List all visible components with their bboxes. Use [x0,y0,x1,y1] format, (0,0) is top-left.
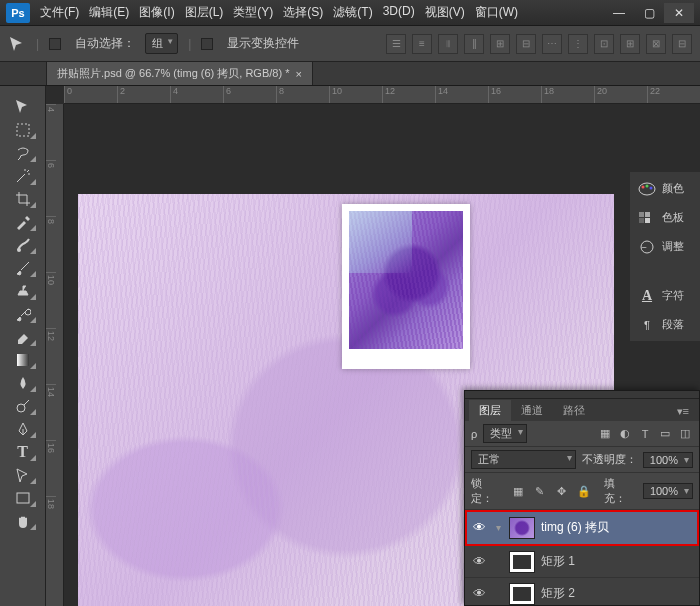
dist-icon-1[interactable]: ⋯ [542,34,562,54]
filter-pixel-icon[interactable]: ▦ [597,426,613,442]
menu-view[interactable]: 视图(V) [425,4,465,21]
align-icon-1[interactable]: ☰ [386,34,406,54]
layer-item-selected[interactable]: 👁 ▾ timg (6) 拷贝 [465,510,699,546]
show-transform-checkbox[interactable] [201,37,217,51]
magic-wand-tool[interactable] [8,165,38,187]
panel-menu-icon[interactable]: ▾≡ [667,402,699,421]
close-button[interactable]: ✕ [664,3,694,23]
healing-brush-tool[interactable] [8,234,38,256]
menu-type[interactable]: 类型(Y) [233,4,273,21]
tab-paths[interactable]: 路径 [553,400,595,421]
layers-blend-row: 正常 不透明度： 100% [465,447,699,473]
layer-thumbnail[interactable] [509,551,535,573]
swatches-icon [638,211,656,225]
main-menu: 文件(F) 编辑(E) 图像(I) 图层(L) 类型(Y) 选择(S) 滤镜(T… [40,4,604,21]
lock-pixel-icon[interactable]: ✎ [532,483,548,499]
move-tool[interactable] [8,96,38,118]
layer-thumbnail[interactable] [509,583,535,605]
lock-all-icon[interactable]: 🔒 [576,483,592,499]
panel-paragraph[interactable]: ¶ 段落 [634,314,696,335]
ruler-vertical: 4 6 8 10 12 14 16 18 [46,104,64,606]
layer-name[interactable]: 矩形 1 [541,553,575,570]
tab-channels[interactable]: 通道 [511,400,553,421]
filter-adjust-icon[interactable]: ◐ [617,426,633,442]
visibility-icon[interactable]: 👁 [471,554,487,569]
panel-character[interactable]: A 字符 [634,285,696,306]
align-icon-6[interactable]: ⊟ [516,34,536,54]
filter-type-icon[interactable]: T [637,426,653,442]
eraser-tool[interactable] [8,326,38,348]
character-icon: A [638,289,656,303]
align-icon-2[interactable]: ≡ [412,34,432,54]
menu-image[interactable]: 图像(I) [139,4,174,21]
minimize-button[interactable]: — [604,3,634,23]
window-controls: — ▢ ✕ [604,3,694,23]
layer-item[interactable]: 👁 矩形 2 [465,578,699,605]
path-select-tool[interactable] [8,464,38,486]
auto-select-mode[interactable]: 组 [145,33,178,54]
visibility-icon[interactable]: 👁 [471,520,487,535]
lock-trans-icon[interactable]: ▦ [510,483,526,499]
align-icon-5[interactable]: ⊞ [490,34,510,54]
svg-rect-0 [17,124,29,136]
menu-select[interactable]: 选择(S) [283,4,323,21]
align-icon-4[interactable]: ‖ [464,34,484,54]
type-tool[interactable]: T [8,441,38,463]
paragraph-icon: ¶ [638,318,656,332]
filter-kind-select[interactable]: 类型 [483,424,527,443]
visibility-icon[interactable]: 👁 [471,586,487,601]
layers-panel-grip[interactable] [465,391,699,399]
align-icon-3[interactable]: ⫴ [438,34,458,54]
filter-smart-icon[interactable]: ◫ [677,426,693,442]
clone-stamp-tool[interactable] [8,280,38,302]
menu-file[interactable]: 文件(F) [40,4,79,21]
hand-tool[interactable] [8,510,38,532]
pen-tool[interactable] [8,418,38,440]
dist-icon-5[interactable]: ⊠ [646,34,666,54]
rectangle-tool[interactable] [8,487,38,509]
dist-icon-6[interactable]: ⊟ [672,34,692,54]
ruler-horizontal: 0 2 4 6 8 10 12 14 16 18 20 22 [64,86,700,104]
dodge-tool[interactable] [8,395,38,417]
lasso-tool[interactable] [8,142,38,164]
fill-value[interactable]: 100% [643,483,693,499]
eyedropper-tool[interactable] [8,211,38,233]
history-brush-tool[interactable] [8,303,38,325]
auto-select-checkbox[interactable] [49,37,65,51]
menu-filter[interactable]: 滤镜(T) [333,4,372,21]
layer-name[interactable]: timg (6) 拷贝 [541,519,609,536]
lock-pos-icon[interactable]: ✥ [554,483,570,499]
crop-tool[interactable] [8,188,38,210]
tab-layers[interactable]: 图层 [469,400,511,421]
layer-name[interactable]: 矩形 2 [541,585,575,602]
layer-thumbnail[interactable] [509,517,535,539]
nest-indicator: ▾ [493,522,503,533]
panel-color[interactable]: 颜色 [634,178,696,199]
palette-icon [638,182,656,196]
brush-tool[interactable] [8,257,38,279]
menu-3d[interactable]: 3D(D) [383,4,415,21]
opacity-value[interactable]: 100% [643,452,693,468]
filter-shape-icon[interactable]: ▭ [657,426,673,442]
blur-tool[interactable] [8,372,38,394]
menu-edit[interactable]: 编辑(E) [89,4,129,21]
blend-mode-select[interactable]: 正常 [471,450,576,469]
document-tab[interactable]: 拼贴照片.psd @ 66.7% (timg (6) 拷贝, RGB/8) * … [46,62,313,85]
polaroid-photo [349,211,463,349]
panel-swatches[interactable]: 色板 [634,207,696,228]
dist-icon-4[interactable]: ⊞ [620,34,640,54]
main-area: T 0 2 4 6 8 10 12 14 16 18 20 22 4 6 8 1… [0,86,700,606]
document-tab-close[interactable]: × [295,68,301,80]
marquee-tool[interactable] [8,119,38,141]
svg-point-7 [646,184,649,187]
maximize-button[interactable]: ▢ [634,3,664,23]
panel-adjust[interactable]: 调整 [634,236,696,257]
gradient-tool[interactable] [8,349,38,371]
layer-item[interactable]: 👁 矩形 1 [465,546,699,578]
dist-icon-2[interactable]: ⋮ [568,34,588,54]
polaroid-frame[interactable] [342,204,470,369]
menu-window[interactable]: 窗口(W) [475,4,518,21]
svg-rect-10 [645,212,650,217]
dist-icon-3[interactable]: ⊡ [594,34,614,54]
menu-layer[interactable]: 图层(L) [185,4,224,21]
